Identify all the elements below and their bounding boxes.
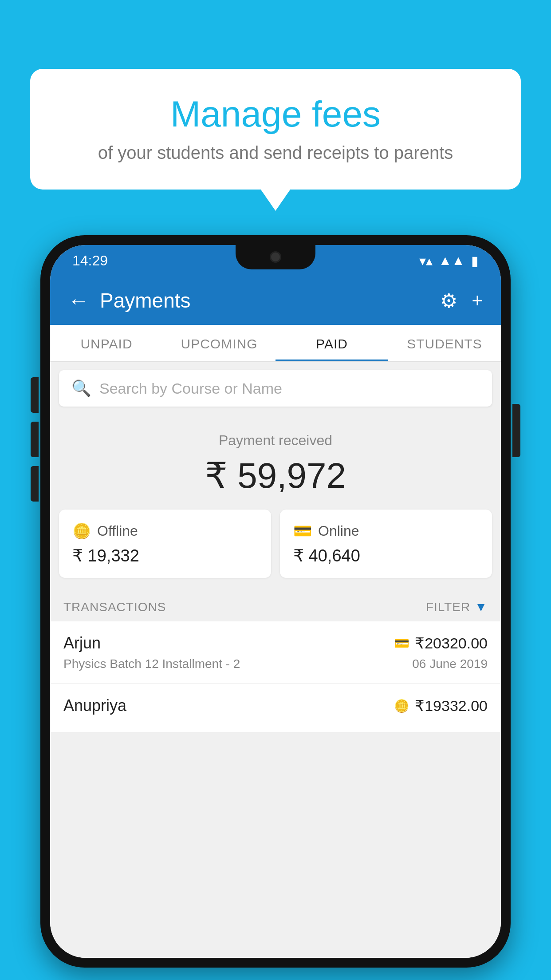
online-payment-card: 💳 Online ₹ 40,640 [280, 510, 492, 578]
transaction-amount-wrap: 💳 ₹20320.00 [394, 634, 488, 652]
transaction-amount-wrap: 🪙 ₹19332.00 [394, 697, 488, 715]
wifi-icon: ▾▴ [419, 253, 433, 269]
phone-frame: 14:29 ▾▴ ▲▲ ▮ ← Payments ⚙ + UNPAID [40, 235, 511, 968]
online-card-header: 💳 Online [293, 522, 479, 540]
online-icon: 💳 [293, 522, 312, 540]
offline-payment-card: 🪙 Offline ₹ 19,332 [59, 510, 271, 578]
app-title: Payments [100, 288, 440, 312]
phone-notch [236, 245, 315, 269]
offline-card-header: 🪙 Offline [72, 522, 258, 540]
payment-received-amount: ₹ 59,972 [50, 455, 501, 496]
status-time: 14:29 [72, 253, 108, 269]
settings-icon[interactable]: ⚙ [440, 289, 457, 312]
transaction-desc: Physics Batch 12 Installment - 2 [63, 657, 240, 671]
offline-label: Offline [97, 523, 138, 539]
transaction-top: Arjun 💳 ₹20320.00 [63, 634, 488, 652]
payment-cards: 🪙 Offline ₹ 19,332 💳 Online ₹ 40,640 [50, 510, 501, 591]
back-button[interactable]: ← [68, 288, 89, 313]
search-bar[interactable]: 🔍 Search by Course or Name [59, 370, 492, 407]
tabs-bar: UNPAID UPCOMING PAID STUDENTS [50, 325, 501, 362]
transactions-header: TRANSACTIONS FILTER ▼ [50, 591, 501, 621]
tab-paid[interactable]: PAID [276, 325, 388, 361]
bubble-subtitle: of your students and send receipts to pa… [57, 143, 494, 163]
add-button[interactable]: + [472, 289, 483, 312]
search-icon: 🔍 [71, 379, 91, 398]
transaction-top: Anupriya 🪙 ₹19332.00 [63, 696, 488, 715]
tab-unpaid[interactable]: UNPAID [50, 325, 163, 361]
phone-container: 14:29 ▾▴ ▲▲ ▮ ← Payments ⚙ + UNPAID [40, 235, 511, 968]
tab-upcoming[interactable]: UPCOMING [163, 325, 276, 361]
filter-icon: ▼ [475, 600, 488, 614]
speech-bubble: Manage fees of your students and send re… [30, 69, 521, 190]
battery-icon: ▮ [471, 253, 479, 269]
transaction-name: Anupriya [63, 696, 126, 715]
transaction-bottom: Physics Batch 12 Installment - 2 06 June… [63, 657, 488, 671]
transaction-name: Arjun [63, 634, 101, 652]
search-input[interactable]: Search by Course or Name [99, 380, 282, 397]
offline-icon: 🪙 [72, 522, 91, 540]
table-row[interactable]: Anupriya 🪙 ₹19332.00 [50, 684, 501, 732]
transaction-date: 06 June 2019 [412, 657, 488, 671]
transactions-label: TRANSACTIONS [63, 600, 166, 614]
online-amount: ₹ 40,640 [293, 546, 479, 565]
app-bar: ← Payments ⚙ + [50, 276, 501, 325]
offline-amount: ₹ 19,332 [72, 546, 258, 565]
payment-received-section: Payment received ₹ 59,972 [50, 415, 501, 510]
transaction-amount: ₹20320.00 [415, 634, 488, 652]
card-payment-icon: 💳 [394, 636, 409, 651]
filter-label: FILTER [426, 600, 470, 614]
phone-screen: 14:29 ▾▴ ▲▲ ▮ ← Payments ⚙ + UNPAID [50, 245, 501, 958]
transaction-amount: ₹19332.00 [415, 697, 488, 715]
status-icons: ▾▴ ▲▲ ▮ [419, 253, 479, 269]
offline-payment-icon: 🪙 [394, 699, 409, 713]
camera [270, 251, 281, 263]
online-label: Online [318, 523, 359, 539]
bubble-title: Manage fees [57, 93, 494, 135]
payment-received-label: Payment received [50, 432, 501, 449]
table-row[interactable]: Arjun 💳 ₹20320.00 Physics Batch 12 Insta… [50, 621, 501, 684]
filter-button[interactable]: FILTER ▼ [426, 600, 488, 614]
app-bar-actions: ⚙ + [440, 289, 483, 312]
tab-students[interactable]: STUDENTS [388, 325, 501, 361]
signal-icon: ▲▲ [439, 253, 465, 268]
content-area: 🔍 Search by Course or Name Payment recei… [50, 362, 501, 958]
